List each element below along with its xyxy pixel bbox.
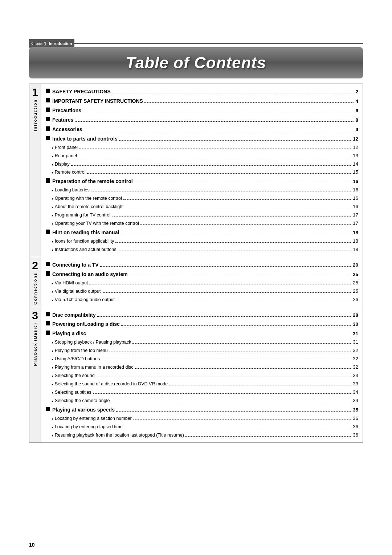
toc-dots <box>121 325 351 326</box>
toc-dots <box>135 368 351 369</box>
toc-page: 4 <box>355 97 358 106</box>
toc-page: 34 <box>353 397 358 405</box>
toc-sub-text: Icons for function applicability <box>55 238 114 245</box>
toc-sub-text: Selecting the camera angle <box>55 397 110 405</box>
chapter-title-label: Introduction <box>49 41 72 46</box>
toc-heading-text: Index to parts and controls <box>52 135 118 143</box>
toc-sub-batteries: Loading batteries 16 <box>46 186 358 194</box>
toc-sub-text: Locating by entering a section number <box>55 415 132 422</box>
toc-sub-text: Using A/B/C/D buttons <box>55 355 100 363</box>
toc-entry-important: IMPORTANT SAFETY INSTRUCTIONS 4 <box>46 96 358 106</box>
page: Chapter 1 Introduction Table of Contents… <box>0 0 392 555</box>
toc-page: 33 <box>353 380 358 388</box>
toc-sub-text: Via 5.1ch analog audio output <box>55 296 115 304</box>
toc-dots <box>75 121 354 122</box>
toc-dots <box>78 157 351 157</box>
page-number-footer: 10 <box>29 542 35 548</box>
toc-entry-hint: Hint on reading this manual 18 <box>46 228 358 237</box>
toc-page: 26 <box>353 296 358 304</box>
toc-heading-safety: SAFETY PRECAUTIONS <box>46 88 111 96</box>
toc-page: 17 <box>353 219 358 228</box>
toc-page: 35 <box>353 406 358 414</box>
toc-heading-text: Disc compatibility <box>52 311 96 320</box>
toc-sub-programming: Programming for TV control 17 <box>46 211 358 219</box>
toc-sub-text: Selecting the sound of a disc recorded i… <box>55 380 168 388</box>
toc-sub-text: Operating your TV with the remote contro… <box>55 220 139 227</box>
square-bullet-icon <box>46 126 50 131</box>
toc-sub-remote: Remote control 15 <box>46 168 358 177</box>
toc-heading-powering: Powering on/Loading a disc <box>46 320 120 329</box>
square-bullet-icon <box>46 407 50 411</box>
square-bullet-icon <box>46 271 50 276</box>
toc-page: 34 <box>353 388 358 397</box>
section-1-block: 1 Introduction SAFETY PRECAUTIONS 2 IM <box>29 84 363 257</box>
toc-heading-text: Accessories <box>52 125 82 134</box>
toc-sub-text: Locating by entering elapsed time <box>55 423 123 431</box>
square-bullet-icon <box>46 89 50 93</box>
chapter-label: Chapter 1 Introduction <box>29 39 74 48</box>
toc-sub-text: About the remote control backlight <box>55 203 124 211</box>
toc-entry-prep: Preparation of the remote control 16 <box>46 177 358 186</box>
toc-dots <box>125 208 351 208</box>
toc-entry-various-speeds: Playing at various speeds 35 <box>46 405 358 414</box>
toc-sub-rear: Rear panel 13 <box>46 152 358 160</box>
section-2-block: 2 Connections Connecting to a TV 20 Conn… <box>29 257 363 307</box>
toc-dots <box>93 393 351 394</box>
toc-dots <box>79 149 351 149</box>
toc-dots <box>87 335 351 335</box>
toc-dots <box>84 131 354 131</box>
section-2-label: Connections <box>33 272 37 305</box>
toc-sub-text: Selecting the sound <box>55 372 95 380</box>
toc-page: 16 <box>353 178 358 186</box>
toc-heading-various-speeds: Playing at various speeds <box>46 406 115 414</box>
toc-page: 18 <box>353 237 358 246</box>
section-3-block: 3 Playback (Basic) Disc compatibility 28… <box>29 307 363 443</box>
toc-sub-text: Loading batteries <box>55 186 90 194</box>
toc-heading-text: IMPORTANT SAFETY INSTRUCTIONS <box>52 97 143 106</box>
square-bullet-icon <box>46 262 50 266</box>
content-area: 1 Introduction SAFETY PRECAUTIONS 2 IM <box>29 84 363 533</box>
toc-page: 18 <box>353 246 358 254</box>
toc-sub-text: Display <box>55 161 70 168</box>
toc-dots <box>115 242 351 243</box>
toc-page: 20 <box>353 261 358 270</box>
toc-dots <box>91 191 351 191</box>
toc-dots <box>185 436 351 437</box>
toc-heading-precautions: Precautions <box>46 106 81 115</box>
toc-page: 13 <box>353 152 358 160</box>
toc-page: 9 <box>355 126 358 134</box>
toc-page: 12 <box>353 135 358 143</box>
toc-sub-text: Operating with the remote control <box>55 195 122 202</box>
toc-page: 32 <box>353 347 358 355</box>
toc-sub-instructions: Instructions and actual buttons 18 <box>46 246 358 254</box>
toc-dots <box>112 93 354 93</box>
toc-dots <box>109 352 351 352</box>
toc-sub-text: Remote control <box>55 169 86 176</box>
toc-heading-connecting-audio: Connecting to an audio system <box>46 270 128 279</box>
toc-dots <box>96 377 351 377</box>
toc-page: 32 <box>353 363 358 372</box>
toc-sub-text: Via digital audio output <box>55 288 101 295</box>
toc-heading-prep: Preparation of the remote control <box>46 177 133 186</box>
toc-heading-playing: Playing a disc <box>46 329 86 338</box>
toc-dots <box>112 216 351 216</box>
toc-heading-text: SAFETY PRECAUTIONS <box>52 88 111 96</box>
toc-sub-text: Via HDMI output <box>55 279 88 287</box>
toc-entry-connecting-audio: Connecting to an audio system 25 <box>46 270 358 279</box>
toc-entry-connecting-tv: Connecting to a TV 20 <box>46 260 358 270</box>
toc-dots <box>71 165 351 166</box>
toc-dots <box>119 140 351 141</box>
toc-sub-display: Display 14 <box>46 160 358 169</box>
chapter-line <box>74 43 363 44</box>
toc-dots <box>124 428 351 428</box>
toc-heading-index: Index to parts and controls <box>46 135 118 143</box>
toc-dots <box>140 224 351 225</box>
toc-heading-text: Precautions <box>52 106 81 115</box>
toc-heading-features: Features <box>46 116 73 125</box>
toc-page: 36 <box>353 431 358 439</box>
chapter-number: 1 <box>44 40 46 46</box>
toc-dots <box>83 112 354 112</box>
toc-sub-elapsed-time: Locating by entering elapsed time 36 <box>46 423 358 431</box>
toc-entry-powering: Powering on/Loading a disc 30 <box>46 319 358 329</box>
toc-dots <box>121 234 351 234</box>
